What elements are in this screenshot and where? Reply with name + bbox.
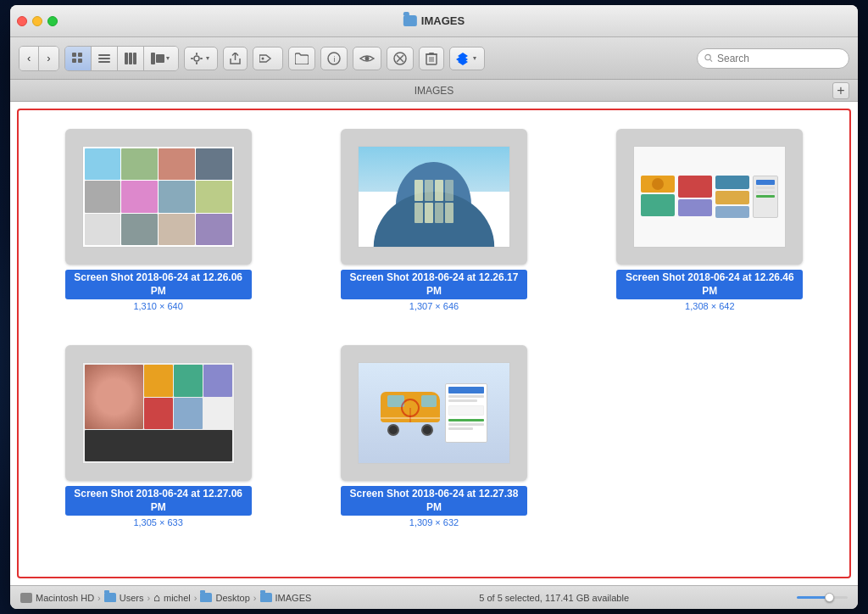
wp-line [448, 427, 473, 430]
traffic-lights [17, 16, 58, 26]
info-button[interactable]: i [320, 47, 348, 70]
svg-rect-2 [72, 59, 76, 63]
gear-icon [191, 53, 203, 64]
breadcrumb-images: IMAGES [275, 593, 312, 603]
side-line [756, 187, 775, 189]
action-button[interactable] [184, 47, 218, 70]
quick-look-button[interactable] [353, 47, 381, 70]
collage-cell [85, 365, 143, 429]
content-area: Screen Shot 2018-06-24 at 12.26.06 PM 1,… [10, 102, 858, 585]
mosaic-cell [196, 214, 232, 245]
back-button[interactable]: ‹ [19, 47, 39, 70]
folder-icon-desktop [200, 593, 212, 602]
tab-bar: IMAGES + [10, 80, 858, 102]
svg-marker-12 [166, 57, 170, 60]
zoom-slider-container [797, 596, 848, 599]
window-cell [445, 203, 453, 224]
svg-rect-16 [191, 58, 193, 59]
wp-line [448, 423, 484, 426]
window-cell [445, 180, 453, 201]
file-label: Screen Shot 2018-06-24 at 12.26.17 PM 1,… [341, 270, 527, 311]
dropbox-button[interactable] [449, 47, 485, 70]
van-peace [382, 394, 438, 422]
close-button[interactable] [17, 16, 27, 26]
breadcrumb-desktop: Desktop [215, 593, 249, 603]
file-name: Screen Shot 2018-06-24 at 12.27.06 PM [65, 486, 252, 516]
status-text: 5 of 5 selected, 117.41 GB available [315, 593, 793, 603]
view-icon-button[interactable] [65, 47, 92, 70]
new-tab-button[interactable]: + [832, 82, 849, 99]
slider-thumb[interactable] [825, 593, 834, 602]
file-label: Screen Shot 2018-06-24 at 12.26.46 PM 1,… [616, 270, 803, 311]
svg-line-33 [710, 59, 712, 61]
burn-button[interactable] [387, 47, 414, 70]
mosaic-cell [121, 181, 158, 212]
thumb-van-bg [359, 363, 509, 463]
collage-cell [144, 398, 173, 429]
search-input[interactable] [717, 53, 842, 64]
dropdown-arrow-icon [164, 54, 171, 63]
collage-cell [203, 365, 232, 396]
color-block [641, 176, 675, 193]
file-dimensions: 1,308 × 642 [616, 301, 803, 311]
file-item[interactable]: Screen Shot 2018-06-24 at 12.27.38 PM 1,… [303, 335, 565, 538]
share-icon [230, 53, 241, 64]
file-item[interactable]: Screen Shot 2018-06-24 at 12.26.46 PM 1,… [579, 119, 841, 321]
tag-button[interactable] [253, 47, 283, 70]
colorful-col1 [641, 176, 675, 218]
thumbnail-1 [82, 146, 235, 248]
peace-line-v [409, 408, 410, 422]
search-icon [704, 53, 713, 63]
breadcrumb-hd: Macintosh HD [36, 593, 94, 603]
van-container [381, 392, 440, 434]
collage-cell [144, 365, 173, 396]
delete-button[interactable] [419, 47, 444, 70]
finder-window: IMAGES ‹ › [10, 5, 858, 609]
color-block [715, 176, 749, 189]
thumbnail-3 [633, 146, 786, 248]
minimize-button[interactable] [32, 16, 42, 26]
new-folder-icon [295, 53, 309, 64]
list-icon [98, 53, 110, 64]
view-column-button[interactable] [118, 47, 144, 70]
svg-rect-5 [98, 58, 110, 59]
window-cell [415, 203, 423, 224]
file-item[interactable]: Screen Shot 2018-06-24 at 12.26.17 PM 1,… [303, 119, 565, 321]
search-box[interactable] [697, 48, 849, 69]
mosaic-cell [159, 214, 195, 245]
trash-icon [426, 52, 437, 65]
svg-rect-17 [200, 58, 203, 59]
thumbnail-4 [82, 362, 235, 464]
file-item[interactable]: Screen Shot 2018-06-24 at 12.27.06 PM 1,… [27, 335, 289, 538]
mosaic-cell [159, 148, 195, 180]
breadcrumb-sep: › [147, 593, 150, 603]
file-name: Screen Shot 2018-06-24 at 12.27.38 PM [341, 486, 527, 516]
zoom-slider[interactable] [797, 596, 848, 599]
folder-icon-images [260, 593, 272, 602]
share-button[interactable] [223, 47, 248, 70]
van-body [381, 392, 440, 422]
view-cover-button[interactable] [144, 47, 178, 70]
maximize-button[interactable] [47, 16, 58, 26]
gear-dropdown-icon [204, 55, 211, 62]
svg-rect-6 [98, 61, 110, 63]
svg-rect-15 [196, 62, 198, 64]
new-folder-button[interactable] [288, 47, 315, 70]
thumb-building-bg [359, 147, 509, 247]
collage-cell [174, 365, 203, 396]
svg-point-19 [261, 57, 264, 59]
window-cell [425, 180, 433, 201]
view-list-button[interactable] [92, 47, 118, 70]
colorful-col3 [715, 176, 749, 218]
title-bar: IMAGES [10, 5, 858, 37]
view-buttons [64, 46, 179, 71]
hdd-icon [20, 593, 32, 603]
color-circle [652, 178, 664, 190]
home-icon: ⌂ [153, 591, 160, 604]
folder-icon-users [104, 593, 116, 602]
breadcrumb-sep: › [97, 593, 101, 603]
file-item[interactable]: Screen Shot 2018-06-24 at 12.26.06 PM 1,… [27, 119, 289, 321]
window-title: IMAGES [403, 14, 465, 27]
forward-button[interactable]: › [39, 47, 58, 70]
mosaic-cell [85, 214, 121, 245]
